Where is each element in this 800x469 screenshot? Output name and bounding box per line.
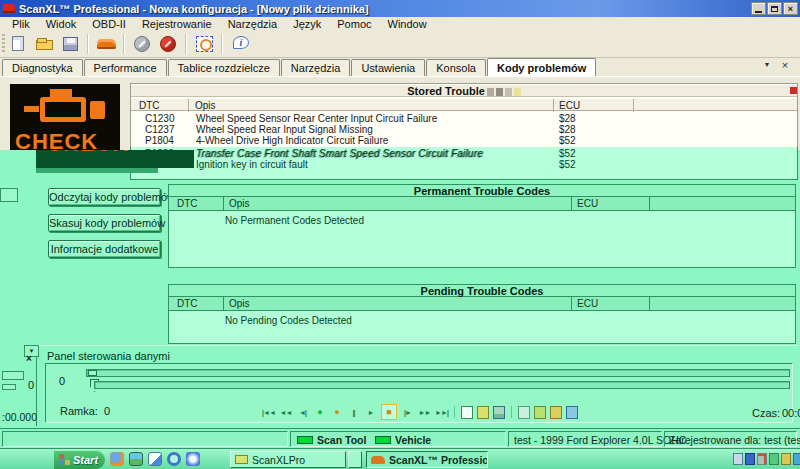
send-icon[interactable] — [550, 406, 562, 419]
check-label: CHECK — [15, 129, 98, 150]
ie-shortcut-icon[interactable] — [148, 452, 162, 466]
record-icon[interactable]: ● — [313, 406, 326, 419]
tray-network-icon[interactable] — [793, 453, 800, 465]
image-viewer-icon[interactable] — [129, 452, 143, 466]
tray-volume-icon[interactable] — [781, 453, 791, 465]
col-ecu: ECU — [577, 198, 598, 209]
range-slider-track[interactable] — [86, 369, 790, 377]
menu-window[interactable]: Window — [380, 18, 435, 30]
tray-volume-muted-icon[interactable] — [757, 453, 767, 465]
step-forward-icon[interactable]: |► — [401, 406, 414, 419]
restore-button[interactable] — [767, 2, 782, 15]
new-log-icon[interactable] — [461, 406, 473, 419]
copy-icon[interactable] — [518, 406, 530, 419]
export-icon[interactable] — [534, 406, 546, 419]
status-panel-connection: Scan Tool Vehicle — [290, 431, 506, 447]
col-opis: Opis — [195, 100, 216, 111]
glitch-close-icon[interactable]: × — [26, 353, 32, 364]
app-logo-icon — [3, 4, 15, 13]
engine-icon — [50, 89, 72, 97]
glitch-time-fragment: :00.000 — [2, 411, 37, 423]
fast-forward-icon[interactable]: ►► — [418, 406, 431, 419]
toolbar-separator — [185, 34, 187, 54]
col-dtc: DTC — [177, 298, 198, 309]
save-log-icon[interactable] — [493, 406, 505, 419]
taskbar-window-scanxl-active[interactable]: ScanXL™ Professional... — [366, 451, 488, 468]
start-button[interactable]: Start — [54, 450, 105, 469]
tray-battery-icon[interactable] — [745, 453, 755, 465]
dashboard-designer-icon[interactable] — [193, 33, 217, 55]
col-ecu: ECU — [559, 100, 580, 111]
stored-table-title: Stored Trouble — [131, 85, 797, 97]
menu-jezyk[interactable]: Język — [285, 18, 329, 30]
toolbar-separator — [221, 34, 223, 54]
tab-performance[interactable]: Performance — [84, 59, 167, 76]
tab-narzedzia[interactable]: Narzędzia — [281, 59, 351, 76]
close-button[interactable]: × — [783, 2, 798, 15]
additional-info-button[interactable]: Informacje dodatkowe — [48, 240, 161, 258]
position-slider-track[interactable] — [94, 381, 790, 389]
panel-body: 0 Ramka: 0 |◄◄ ◄◄ ◄| ● ● || ► ■ |► ►► ►►… — [45, 363, 793, 423]
col-ecu: ECU — [577, 298, 598, 309]
open-file-icon[interactable] — [33, 33, 57, 55]
menu-bar: Plik Widok OBD-II Rejestrowanie Narzędzi… — [0, 17, 800, 31]
skip-end-icon[interactable]: ►►| — [435, 406, 448, 419]
vehicle-icon[interactable] — [95, 33, 119, 55]
internet-explorer-icon[interactable] — [167, 452, 181, 466]
menu-obd2[interactable]: OBD-II — [84, 18, 134, 30]
pending-table-title: Pending Trouble Codes — [169, 285, 795, 297]
menu-narzedzia[interactable]: Narzędzia — [220, 18, 286, 30]
data-control-panel: Panel sterowania danymi 0 Ramka: 0 |◄◄ ◄… — [36, 345, 798, 426]
taskbar-window-fragment[interactable] — [348, 451, 362, 468]
menu-plik[interactable]: Plik — [4, 18, 38, 30]
step-back-icon[interactable]: ◄| — [296, 406, 309, 419]
view-grid-icon[interactable] — [566, 406, 578, 419]
minimize-button[interactable] — [751, 2, 766, 15]
firefox-icon[interactable] — [110, 452, 124, 466]
open-log-icon[interactable] — [477, 406, 489, 419]
panel-title: Panel sterowania danymi — [47, 350, 170, 362]
menu-pomoc[interactable]: Pomoc — [329, 18, 379, 30]
play-icon[interactable]: ► — [364, 406, 377, 419]
tab-tablice-rozdzielcze[interactable]: Tablice rozdzielcze — [168, 59, 280, 76]
toolbar-grip[interactable] — [2, 34, 5, 54]
save-file-icon[interactable] — [59, 33, 83, 55]
permanent-table-title: Permanent Trouble Codes — [169, 185, 795, 197]
glitch-block — [505, 88, 512, 96]
tab-close-icon[interactable]: × — [778, 59, 792, 71]
glitch-fragment — [0, 188, 18, 202]
tray-shield-icon[interactable] — [769, 453, 779, 465]
pause-icon[interactable]: || — [347, 406, 360, 419]
read-codes-button[interactable]: Odczytaj kody problemów — [48, 188, 161, 206]
tray-phone-icon[interactable] — [733, 453, 743, 465]
col-opis: Opis — [229, 298, 250, 309]
skip-start-icon[interactable]: |◄◄ — [262, 406, 275, 419]
tab-kody-problemow[interactable]: Kody problemów — [487, 58, 596, 76]
menu-widok[interactable]: Widok — [38, 18, 85, 30]
empty-message: No Permanent Codes Detected — [225, 215, 364, 226]
lamp-glitch-remnant: CHECK — [36, 150, 194, 168]
taskbar-window-scanxlpro[interactable]: ScanXLPro — [230, 451, 346, 468]
menu-rejestrowanie[interactable]: Rejestrowanie — [134, 18, 220, 30]
tab-diagnostyka[interactable]: Diagnostyka — [2, 59, 83, 76]
tab-menu-icon[interactable]: ▼ — [760, 61, 774, 68]
clear-codes-button[interactable]: Skasuj kody problemów — [48, 214, 161, 232]
info-icon[interactable]: i — [229, 33, 253, 55]
tab-ustawienia[interactable]: Ustawienia — [351, 59, 425, 76]
table-row-glitched[interactable]: P1836 P1836Transfer Case Front Shaft Sma… — [131, 148, 797, 159]
connect-icon[interactable] — [157, 33, 181, 55]
disconnect-icon[interactable] — [131, 33, 155, 55]
new-file-icon[interactable] — [7, 33, 31, 55]
status-panel-empty — [2, 431, 288, 447]
rewind-icon[interactable]: ◄◄ — [279, 406, 292, 419]
tab-konsola[interactable]: Konsola — [426, 59, 486, 76]
mark-icon[interactable]: ● — [330, 406, 343, 419]
stop-icon[interactable]: ■ — [381, 404, 397, 420]
table-row[interactable]: C1237Wheel Speed Rear Input Signal Missi… — [131, 124, 797, 135]
table-row[interactable]: P18044-Wheel Drive High Indicator Circui… — [131, 135, 797, 146]
table-row[interactable]: B1352Ignition key in circuit fault$52 — [131, 159, 797, 170]
table-row[interactable]: C1230Wheel Speed Sensor Rear Center Inpu… — [131, 113, 797, 124]
media-player-icon[interactable] — [186, 452, 200, 466]
glitch-block — [487, 88, 494, 96]
range-slider-thumb[interactable] — [88, 370, 97, 376]
